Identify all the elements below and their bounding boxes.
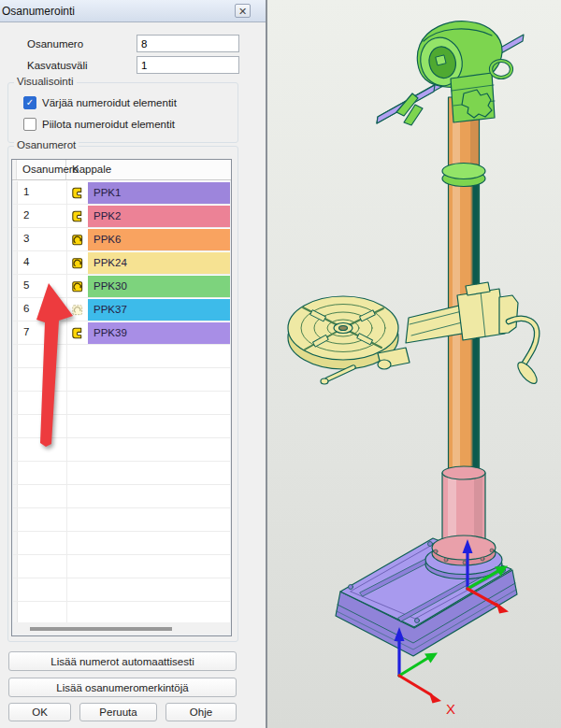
row-part-cell: PPK24 xyxy=(67,251,230,274)
visualisointi-group-label: Visualisointi xyxy=(14,76,77,87)
x-axis-label: X xyxy=(446,701,455,717)
kasvatusvali-input[interactable] xyxy=(137,56,239,74)
add-part-marks-button[interactable]: Lisää osanumeromerkintöjä xyxy=(8,678,237,697)
model-viewport[interactable]: X xyxy=(266,0,561,728)
table-row-empty xyxy=(13,415,230,438)
app-window: Osanumerointi ✕ Osanumero Kasvatusväli V… xyxy=(0,0,561,728)
row-number: 3 xyxy=(18,228,67,250)
drill-press-model-svg: X xyxy=(267,0,561,728)
checkbox-checked-icon[interactable]: ✓ xyxy=(23,96,36,109)
osanumerot-table[interactable]: Osanumero Kappale 1PPK12PPK23PPK64PPK245… xyxy=(11,159,232,636)
row-part-cell: PPK2 xyxy=(67,205,230,227)
part-color-bar: PPK24 xyxy=(88,252,230,274)
table-row-empty xyxy=(13,462,230,485)
table-row[interactable]: 5PPK30 xyxy=(13,275,230,298)
row-number: 2 xyxy=(18,205,67,227)
part-color-bar: PPK1 xyxy=(88,182,230,204)
row-number: 4 xyxy=(18,251,67,274)
kasvatusvali-label: Kasvatusväli xyxy=(27,60,88,71)
scrollbar-thumb[interactable] xyxy=(30,627,172,631)
add-numbers-auto-button[interactable]: Lisää numerot automaattisesti xyxy=(8,651,237,671)
table-row-empty xyxy=(13,392,230,415)
column-collar xyxy=(442,164,485,187)
row-number: 5 xyxy=(18,275,67,297)
table-row-empty xyxy=(13,438,230,462)
part-icon xyxy=(70,208,85,223)
row-part-cell: PPK39 xyxy=(67,321,230,344)
table-row[interactable]: 3PPK6 xyxy=(13,228,230,251)
row-part-cell: PPK6 xyxy=(67,228,230,250)
help-button[interactable]: Ohje xyxy=(165,703,237,721)
table-row[interactable]: 4PPK24 xyxy=(13,251,230,275)
row-part-cell: PPK30 xyxy=(67,275,230,297)
column-header-osanumero[interactable]: Osanumero xyxy=(17,160,66,179)
table-row[interactable]: 6PPK37 xyxy=(13,298,230,321)
dialog-title: Osanumerointi xyxy=(2,0,75,22)
table-row-empty xyxy=(13,485,230,508)
osanumerot-group-label: Osanumerot xyxy=(14,139,79,150)
table-row-empty xyxy=(13,508,230,532)
checkbox-varjaa-label: Värjää numeroidut elementit xyxy=(42,97,177,108)
checkbox-piilota[interactable]: ✓ Piilota numeroidut elementit xyxy=(23,117,175,132)
osanumerointi-dialog: Osanumerointi ✕ Osanumero Kasvatusväli V… xyxy=(0,0,266,728)
part-alt-icon xyxy=(70,232,85,247)
part-color-bar: PPK6 xyxy=(88,229,230,250)
work-table xyxy=(288,282,540,387)
table-row[interactable]: 2PPK2 xyxy=(13,205,230,228)
part-icon xyxy=(70,325,85,340)
row-part-cell: PPK37 xyxy=(67,298,230,321)
part-icon xyxy=(70,185,85,200)
table-row-empty xyxy=(13,555,230,578)
part-color-bar: PPK2 xyxy=(88,206,230,227)
part-color-bar: PPK37 xyxy=(88,299,230,321)
part-alt-icon xyxy=(70,278,85,293)
table-row[interactable]: 1PPK1 xyxy=(13,181,230,205)
part-alt-icon xyxy=(70,255,85,270)
crank-bracket xyxy=(499,295,518,334)
row-number: 6 xyxy=(18,298,67,321)
dialog-titlebar[interactable]: Osanumerointi ✕ xyxy=(0,0,266,22)
cancel-button[interactable]: Peruuta xyxy=(79,703,157,721)
part-color-bar: PPK30 xyxy=(88,276,230,297)
row-number: 7 xyxy=(18,321,67,344)
close-icon[interactable]: ✕ xyxy=(235,4,251,18)
osanumero-input[interactable] xyxy=(137,35,239,52)
part-color-bar: PPK39 xyxy=(88,322,230,344)
osanumero-label: Osanumero xyxy=(27,38,83,50)
table-row-empty xyxy=(13,368,230,392)
checkbox-varjaa[interactable]: ✓ Värjää numeroidut elementit xyxy=(23,95,177,110)
table-header: Osanumero Kappale xyxy=(12,160,231,180)
table-row-empty xyxy=(13,578,230,602)
table-row-empty xyxy=(13,532,230,555)
checkbox-unchecked-icon[interactable]: ✓ xyxy=(23,118,36,131)
column-header-kappale[interactable]: Kappale xyxy=(66,160,231,179)
table-row-empty xyxy=(13,345,230,368)
table-row-empty xyxy=(13,602,230,622)
part-faded-icon xyxy=(70,302,85,317)
visualisointi-group: Visualisointi ✓ Värjää numeroidut elemen… xyxy=(7,82,238,143)
row-number: 1 xyxy=(18,181,67,204)
checkbox-piilota-label: Piilota numeroidut elementit xyxy=(42,119,175,130)
table-row[interactable]: 7PPK39 xyxy=(13,321,230,345)
ok-button[interactable]: OK xyxy=(8,703,71,721)
row-part-cell: PPK1 xyxy=(67,181,230,204)
table-horizontal-scrollbar[interactable] xyxy=(13,622,230,635)
